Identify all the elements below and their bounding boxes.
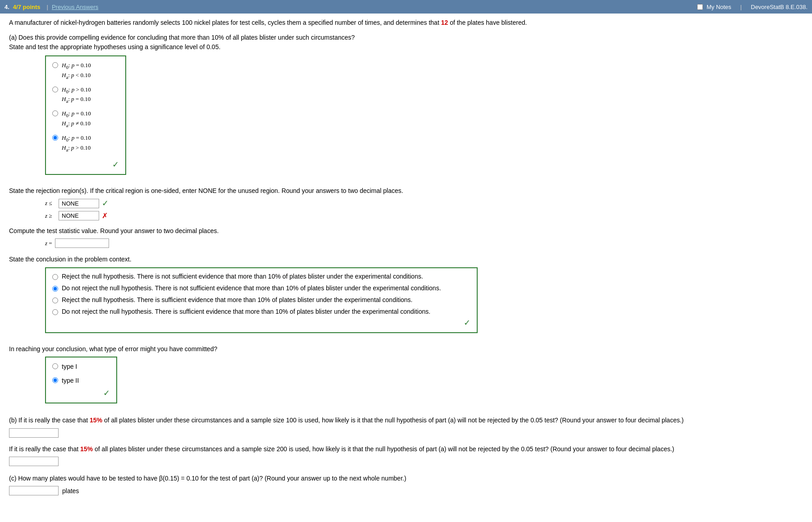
- my-notes-checkbox[interactable]: [697, 4, 703, 10]
- conclusion-radio-box: Reject the null hypothesis. There is not…: [45, 267, 478, 333]
- conclusion-option-4: Do not reject the null hypothesis. There…: [52, 308, 470, 315]
- type-error-radio-box: type I type II ✓: [45, 357, 117, 403]
- rejection-region-label: State the rejection region(s). If the cr…: [9, 186, 803, 196]
- part-b-label-2: If it is really the case that 15% of all…: [9, 444, 803, 454]
- conclusion-text-4: Do not reject the null hypothesis. There…: [62, 308, 430, 315]
- conclusion-section: State the conclusion in the problem cont…: [9, 254, 803, 337]
- part-b: (b) If it is really the case that 15% of…: [9, 415, 803, 466]
- error-text-1: type I: [62, 362, 77, 371]
- error-checkmark: ✓: [103, 389, 110, 398]
- intro-text: A manufacturer of nickel-hydrogen batter…: [9, 18, 803, 27]
- h3-h0: H0: p = 0.10: [62, 110, 91, 117]
- z-le-checkmark: ✓: [102, 198, 109, 208]
- conclusion-option-2: Do not reject the null hypothesis. There…: [52, 284, 470, 292]
- hypothesis-checkmark: ✓: [112, 160, 119, 169]
- conclusion-radio-1[interactable]: [52, 274, 58, 280]
- conclusion-radio-3[interactable]: [52, 298, 58, 303]
- pct2-highlight: 15%: [80, 445, 93, 453]
- hypotheses-radio-box: H0: p = 0.10 Ha: p < 0.10 H0: p > 0.10 H…: [45, 55, 126, 175]
- h4-h0: H0: p = 0.10: [62, 134, 91, 141]
- conclusion-label: State the conclusion in the problem cont…: [9, 254, 803, 264]
- hypothesis-radio-4[interactable]: [52, 135, 58, 141]
- conclusion-text-1: Reject the null hypothesis. There is not…: [62, 273, 423, 280]
- my-notes-label[interactable]: My Notes: [697, 4, 731, 10]
- error-label: In reaching your conclusion, what type o…: [9, 344, 803, 354]
- highlight-12: 12: [441, 19, 448, 26]
- test-stat-section: Compute the test statistic value. Round …: [9, 226, 803, 248]
- conclusion-option-1: Reject the null hypothesis. There is not…: [52, 273, 470, 280]
- test-stat-label: Compute the test statistic value. Round …: [9, 226, 803, 236]
- z-eq-input[interactable]: [55, 238, 109, 248]
- error-text-2: type II: [62, 376, 79, 385]
- plates-label: plates: [62, 487, 79, 495]
- hypothesis-option-1: H0: p = 0.10 Ha: p < 0.10: [52, 61, 119, 81]
- course-code: DevoreStatB 8.E.038.: [751, 4, 807, 10]
- conclusion-checkmark: ✓: [464, 318, 470, 327]
- type-error-section: In reaching your conclusion, what type o…: [9, 344, 803, 408]
- part-a: (a) Does this provide compelling evidenc…: [9, 33, 803, 408]
- z-le-row: z ≤ ✓: [9, 198, 803, 208]
- part-b-input-1[interactable]: [9, 428, 59, 438]
- conclusion-radio-4[interactable]: [52, 309, 58, 315]
- hypothesis-radio-2[interactable]: [52, 87, 58, 92]
- content: A manufacturer of nickel-hydrogen batter…: [0, 14, 812, 512]
- h3-ha: Ha: p ≠ 0.10: [62, 120, 91, 127]
- plates-row: plates: [9, 486, 803, 495]
- z-ge-xmark: ✗: [102, 211, 108, 220]
- h1-h0: H0: p = 0.10: [62, 62, 91, 69]
- conclusion-text-2: Do not reject the null hypothesis. There…: [62, 284, 441, 292]
- separator-2: |: [740, 4, 742, 10]
- part-b-input-2[interactable]: [9, 457, 59, 466]
- part-b-label-1: (b) If it is really the case that 15% of…: [9, 415, 803, 425]
- h1-ha: Ha: p < 0.10: [62, 72, 91, 78]
- z-le-input[interactable]: [59, 199, 99, 208]
- part-c-label: (c) How many plates would have to be tes…: [9, 473, 803, 483]
- conclusion-radio-2[interactable]: [52, 286, 58, 292]
- conclusion-option-3: Reject the null hypothesis. There is suf…: [52, 296, 470, 303]
- z-ge-label: z ≥: [45, 212, 56, 220]
- conclusion-box: Reject the null hypothesis. There is not…: [9, 267, 803, 338]
- hypothesis-option-4: H0: p = 0.10 Ha: p > 0.10: [52, 133, 119, 153]
- hypotheses-box: H0: p = 0.10 Ha: p < 0.10 H0: p > 0.10 H…: [9, 55, 803, 179]
- hypothesis-option-2: H0: p > 0.10 Ha: p = 0.10: [52, 85, 119, 105]
- plates-input[interactable]: [9, 486, 59, 495]
- pct1-highlight: 15%: [90, 417, 102, 424]
- error-radio-1[interactable]: [52, 363, 58, 369]
- hypothesis-option-3: H0: p = 0.10 Ha: p ≠ 0.10: [52, 109, 119, 129]
- part-a-label: (a) Does this provide compelling evidenc…: [9, 33, 803, 52]
- separator-1: |: [47, 4, 48, 10]
- points-indicator: 4/7 points: [13, 4, 41, 10]
- top-bar: 4. 4/7 points | Previous Answers My Note…: [0, 0, 812, 14]
- hypothesis-radio-3[interactable]: [52, 110, 58, 116]
- error-option-1: type I: [52, 362, 110, 371]
- z-ge-row: z ≥ ✗: [9, 211, 803, 220]
- error-radio-2[interactable]: [52, 377, 58, 383]
- conclusion-text-3: Reject the null hypothesis. There is suf…: [62, 296, 412, 303]
- previous-answers-link[interactable]: Previous Answers: [52, 4, 98, 10]
- right-side: My Notes | DevoreStatB 8.E.038.: [697, 4, 807, 10]
- rejection-region-section: State the rejection region(s). If the cr…: [9, 186, 803, 220]
- error-option-2: type II: [52, 376, 110, 385]
- part-c: (c) How many plates would have to be tes…: [9, 473, 803, 495]
- hypothesis-radio-1[interactable]: [52, 62, 58, 68]
- type-error-box-wrap: type I type II ✓: [9, 357, 803, 408]
- z-eq-label: z =: [45, 240, 52, 247]
- z-ge-input[interactable]: [59, 211, 99, 220]
- question-number: 4.: [5, 4, 9, 10]
- h4-ha: Ha: p > 0.10: [62, 144, 91, 151]
- h2-ha: Ha: p = 0.10: [62, 96, 91, 102]
- z-le-label: z ≤: [45, 200, 56, 207]
- test-stat-row: z =: [9, 238, 803, 248]
- h2-h0: H0: p > 0.10: [62, 86, 91, 93]
